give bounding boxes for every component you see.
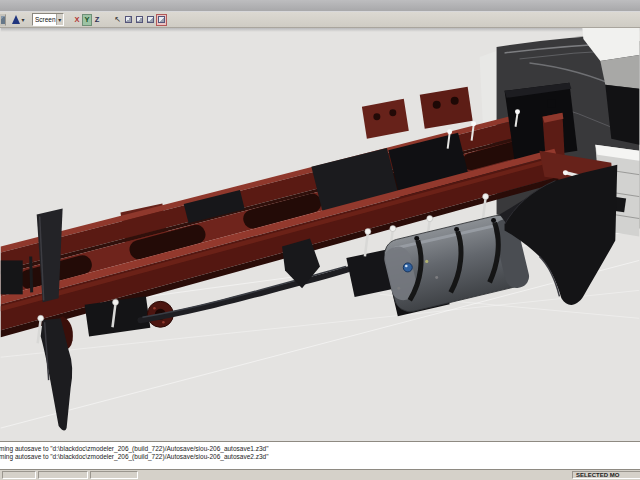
status-panel-2 (38, 471, 88, 479)
rotate-tool-button[interactable]: ▾ (9, 14, 28, 26)
partial-toolbar-button[interactable] (0, 14, 6, 26)
cube-icon (125, 16, 132, 23)
z-axis-button[interactable]: Z (92, 14, 102, 26)
axis-constraint-group: X Y Z (72, 14, 102, 26)
clipped-icon (0, 16, 5, 24)
chevron-down-icon: ▾ (58, 17, 61, 23)
viewport-3d[interactable] (0, 28, 640, 441)
cube-view-button-3[interactable] (145, 14, 156, 26)
view-icon-group: ↖ (112, 14, 167, 26)
log-line-2: ming autosave to "d:\blackdoc\zmodeler_2… (0, 453, 640, 461)
dropdown-button[interactable]: ▾ (56, 14, 63, 25)
status-bar: SELECTED MO (0, 469, 640, 480)
titlebar-strip (0, 0, 640, 12)
toolbar: ▾ Screen ▾ X Y Z ↖ (0, 12, 640, 28)
status-panel-1 (2, 471, 36, 479)
viewport-top-shadow (1, 28, 639, 32)
cube-icon (158, 16, 165, 23)
x-axis-button[interactable]: X (72, 14, 82, 26)
cube-icon (136, 16, 143, 23)
scene-svg (0, 28, 640, 441)
cube-view-button-1[interactable] (123, 14, 134, 26)
cone-icon (12, 15, 20, 24)
message-log: ming autosave to "d:\blackdoc\zmodeler_2… (0, 441, 640, 469)
tank-cap-marker (403, 263, 412, 272)
y-axis-button[interactable]: Y (82, 14, 92, 26)
log-line-1: ming autosave to "d:\blackdoc\zmodeler_2… (0, 445, 640, 453)
select-arrow-button[interactable]: ↖ (112, 14, 123, 26)
selected-mode-panel: SELECTED MO (572, 471, 640, 479)
cube-view-button-active[interactable] (156, 14, 167, 26)
view-mode-value: Screen (33, 16, 56, 23)
cube-view-button-2[interactable] (134, 14, 145, 26)
select-arrow-icon: ↖ (114, 15, 121, 24)
chevron-down-icon: ▾ (21, 17, 24, 23)
status-panel-3 (90, 471, 138, 479)
cube-icon (147, 16, 154, 23)
view-mode-dropdown[interactable]: Screen ▾ (32, 13, 64, 26)
zmodeler-window: ▾ Screen ▾ X Y Z ↖ (0, 0, 640, 480)
